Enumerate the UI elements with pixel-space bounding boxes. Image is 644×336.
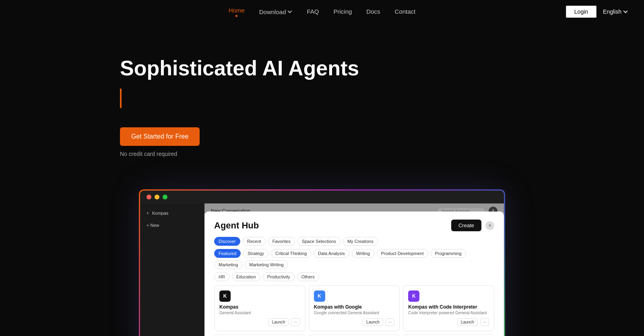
hero-accent-bar: [120, 89, 122, 108]
tab-my-creations[interactable]: My Creations: [343, 237, 378, 246]
agent-card-strategic: S Strategic Analysis Assistant Assists w…: [214, 334, 305, 336]
more-button-kompas[interactable]: ···: [291, 318, 300, 326]
language-selector[interactable]: English: [603, 8, 628, 15]
more-button-kompas-google[interactable]: ···: [386, 318, 394, 326]
tab-product-development[interactable]: Product Development: [377, 249, 428, 258]
navbar: Home Download FAQ Pricing Docs Contact L…: [0, 0, 644, 23]
agent-card-market: M Market Impact Analyst Analyses how new…: [309, 334, 400, 336]
nav-active-indicator: [235, 15, 237, 17]
app-inner: Kompas + New New Conversation Search: [140, 191, 504, 336]
agent-footer-kompas: Launch ···: [219, 318, 300, 326]
nav-right: Login English: [566, 6, 628, 18]
modal-overlay: Agent Hub Create × Discover Recent: [204, 203, 504, 336]
tab-recent[interactable]: Recent: [243, 237, 266, 246]
nav-item-contact[interactable]: Contact: [395, 8, 416, 15]
nav-item-home[interactable]: Home: [229, 7, 245, 17]
sidebar-kompas-item[interactable]: Kompas: [143, 208, 201, 218]
launch-button-code-interpreter[interactable]: Launch: [457, 318, 478, 326]
sidebar-kompas-label: Kompas: [152, 211, 168, 216]
nav-links: Home Download FAQ Pricing Docs Contact: [229, 7, 416, 17]
agent-footer-code-interpreter: Launch ···: [408, 318, 489, 326]
more-button-code-interpreter[interactable]: ···: [480, 318, 489, 326]
launch-button-kompas[interactable]: Launch: [268, 318, 289, 326]
tab-others[interactable]: Others: [297, 272, 319, 281]
agent-icon-kompas-google: K: [314, 290, 325, 302]
tabs-row-2: Featured Strategy Critical Thinking Data…: [214, 249, 494, 269]
app-chrome: Kompas + New New Conversation Search: [139, 189, 505, 336]
tab-space-selections[interactable]: Space Selections: [297, 237, 341, 246]
create-button[interactable]: Create: [451, 220, 481, 231]
window-dot-green: [163, 195, 167, 199]
agent-icon-code-interpreter: K: [408, 290, 419, 302]
agent-icon-kompas: K: [219, 290, 231, 302]
chevron-down-icon: [287, 9, 292, 14]
agent-name-code-interpreter: Kompas with Code Interpreter: [408, 304, 489, 310]
app-body: Kompas + New New Conversation Search: [140, 203, 504, 336]
chevron-icon: [147, 212, 150, 215]
modal-header-right: Create ×: [451, 220, 494, 231]
app-screenshot: Kompas + New New Conversation Search: [139, 189, 505, 336]
tab-education[interactable]: Education: [232, 272, 260, 281]
nav-item-faq[interactable]: FAQ: [307, 8, 319, 15]
no-cc-text: No credit card required: [120, 151, 644, 157]
window-dot-red: [147, 195, 151, 199]
hero-title: Sophisticated AI Agents: [120, 56, 644, 81]
agent-grid: K Kompas General Assistant Launch ···: [214, 285, 494, 336]
tab-writing[interactable]: Writing: [352, 249, 374, 258]
agent-desc-kompas: General Assistant: [219, 311, 300, 315]
nav-item-download[interactable]: Download: [259, 8, 293, 15]
nav-item-pricing[interactable]: Pricing: [334, 8, 352, 15]
agent-name-kompas: Kompas: [219, 304, 300, 310]
tab-hr[interactable]: HR: [214, 272, 229, 281]
app-main: New Conversation Search Kompas: [204, 203, 504, 336]
tab-marketing-writing[interactable]: Marketing Writing: [245, 260, 288, 269]
tabs-row-1: Discover Recent Favorites Space Selectio…: [214, 237, 494, 246]
tab-marketing[interactable]: Marketing: [214, 260, 242, 269]
app-sidebar: Kompas + New: [140, 203, 204, 336]
cta-button[interactable]: Get Started for Free: [120, 127, 200, 146]
tab-data-analysis[interactable]: Data Analysis: [314, 249, 349, 258]
agent-desc-code-interpreter: Code Interpreter powered General Assista…: [408, 311, 489, 315]
modal-header: Agent Hub Create ×: [214, 220, 494, 231]
tab-discover[interactable]: Discover: [214, 237, 240, 246]
tab-programming[interactable]: Programming: [431, 249, 466, 258]
launch-button-kompas-google[interactable]: Launch: [363, 318, 383, 326]
new-conversation-button[interactable]: + New: [143, 221, 201, 229]
tab-productivity[interactable]: Productivity: [263, 272, 295, 281]
agent-name-kompas-google: Kompas with Google: [314, 304, 395, 310]
chevron-down-icon: [623, 10, 628, 13]
agent-card-kompas: K Kompas General Assistant Launch ···: [214, 285, 305, 331]
modal-title: Agent Hub: [214, 220, 259, 231]
hero-section: Sophisticated AI Agents Get Started for …: [0, 23, 644, 173]
tabs-row-3: HR Education Productivity Others: [214, 272, 494, 281]
app-titlebar: [140, 191, 504, 203]
tab-featured[interactable]: Featured: [214, 249, 241, 258]
nav-item-docs[interactable]: Docs: [366, 8, 380, 15]
agent-desc-kompas-google: Google connected General Assistant: [314, 311, 395, 315]
agent-card-kompas-google: K Kompas with Google Google connected Ge…: [309, 285, 400, 331]
tab-strategy[interactable]: Strategy: [243, 249, 268, 258]
nav-link-download[interactable]: Download: [259, 8, 293, 15]
login-button[interactable]: Login: [566, 6, 597, 18]
tab-critical-thinking[interactable]: Critical Thinking: [271, 249, 311, 258]
agent-card-code-interpreter: K Kompas with Code Interpreter Code Inte…: [403, 285, 494, 331]
agent-footer-kompas-google: Launch ···: [314, 318, 395, 326]
tab-favorites[interactable]: Favorites: [268, 237, 295, 246]
nav-link-home[interactable]: Home: [229, 7, 245, 14]
modal-close-button[interactable]: ×: [485, 221, 494, 230]
language-label: English: [603, 8, 621, 15]
screenshot-wrapper: Kompas + New New Conversation Search: [0, 173, 644, 336]
agent-card-competitive: C Competitive Analysis Assistant Provide…: [403, 334, 494, 336]
agent-hub-modal: Agent Hub Create × Discover Recent: [204, 212, 504, 336]
window-dot-yellow: [155, 195, 159, 199]
